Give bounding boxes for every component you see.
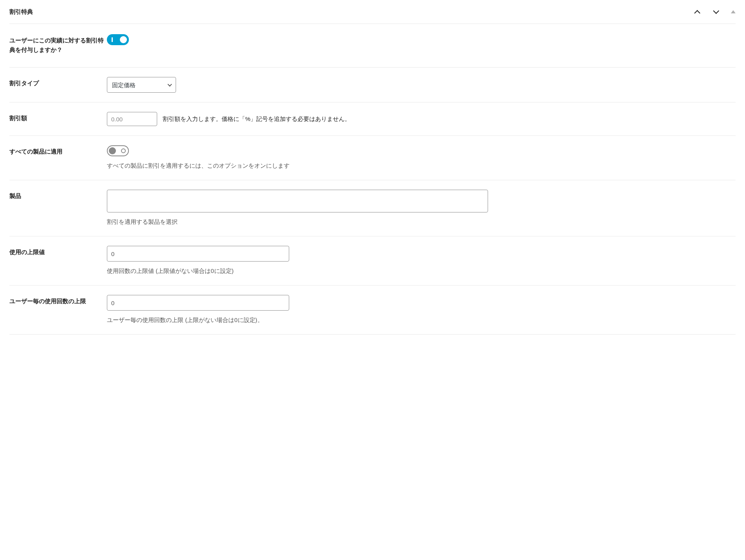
toggle-thumb bbox=[120, 36, 127, 43]
input-discount-amount[interactable] bbox=[107, 112, 157, 126]
input-usage-limit-per-user[interactable] bbox=[107, 295, 289, 311]
label-usage-limit-per-user: ユーザー毎の使用回数の上限 bbox=[9, 295, 107, 306]
multiselect-products[interactable] bbox=[107, 190, 488, 212]
panel-header: 割引特典 bbox=[9, 8, 736, 24]
control-discount-amount: 割引額を入力します。価格に「%」記号を追加する必要はありません。 bbox=[107, 112, 736, 126]
label-grant-discount: ユーザーにこの実績に対する割引特典を付与しますか？ bbox=[9, 34, 107, 55]
help-usage-limit: 使用回数の上限値 (上限値がない場合は0に設定) bbox=[107, 266, 736, 276]
help-usage-limit-per-user: ユーザー毎の使用回数の上限 (上限がない場合は0に設定)。 bbox=[107, 315, 736, 325]
row-usage-limit-per-user: ユーザー毎の使用回数の上限 ユーザー毎の使用回数の上限 (上限がない場合は0に設… bbox=[9, 285, 736, 335]
help-apply-all-products: すべての製品に割引を適用するには、このオプションをオンにします bbox=[107, 161, 736, 170]
control-products: 割引を適用する製品を選択 bbox=[107, 190, 736, 227]
move-down-icon[interactable] bbox=[712, 8, 720, 16]
select-wrapper-discount-type: 固定価格 bbox=[107, 77, 176, 93]
select-discount-type[interactable]: 固定価格 bbox=[107, 77, 176, 93]
control-usage-limit: 使用回数の上限値 (上限値がない場合は0に設定) bbox=[107, 246, 736, 276]
label-products: 製品 bbox=[9, 190, 107, 201]
collapse-icon[interactable] bbox=[731, 10, 736, 13]
label-apply-all-products: すべての製品に適用 bbox=[9, 145, 107, 156]
row-apply-all-products: すべての製品に適用 すべての製品に割引を適用するには、このオプションをオンにしま… bbox=[9, 136, 736, 180]
input-usage-limit[interactable] bbox=[107, 246, 289, 262]
row-usage-limit: 使用の上限値 使用回数の上限値 (上限値がない場合は0に設定) bbox=[9, 236, 736, 285]
control-usage-limit-per-user: ユーザー毎の使用回数の上限 (上限がない場合は0に設定)。 bbox=[107, 295, 736, 325]
label-discount-amount: 割引額 bbox=[9, 112, 107, 123]
label-discount-type: 割引タイプ bbox=[9, 77, 107, 88]
row-products: 製品 割引を適用する製品を選択 bbox=[9, 180, 736, 236]
toggle-grant-discount[interactable] bbox=[107, 34, 129, 45]
control-grant-discount bbox=[107, 34, 736, 45]
panel-title: 割引特典 bbox=[9, 8, 33, 16]
row-discount-amount: 割引額 割引額を入力します。価格に「%」記号を追加する必要はありません。 bbox=[9, 102, 736, 136]
row-grant-discount: ユーザーにこの実績に対する割引特典を付与しますか？ bbox=[9, 24, 736, 68]
toggle-thumb bbox=[109, 147, 116, 154]
toggle-apply-all-products[interactable] bbox=[107, 145, 129, 156]
row-discount-type: 割引タイプ 固定価格 bbox=[9, 68, 736, 102]
label-usage-limit: 使用の上限値 bbox=[9, 246, 107, 257]
help-products: 割引を適用する製品を選択 bbox=[107, 217, 736, 227]
panel-controls bbox=[693, 8, 736, 16]
control-apply-all-products: すべての製品に割引を適用するには、このオプションをオンにします bbox=[107, 145, 736, 170]
move-up-icon[interactable] bbox=[693, 8, 701, 16]
control-discount-type: 固定価格 bbox=[107, 77, 736, 93]
help-discount-amount: 割引額を入力します。価格に「%」記号を追加する必要はありません。 bbox=[163, 115, 350, 123]
